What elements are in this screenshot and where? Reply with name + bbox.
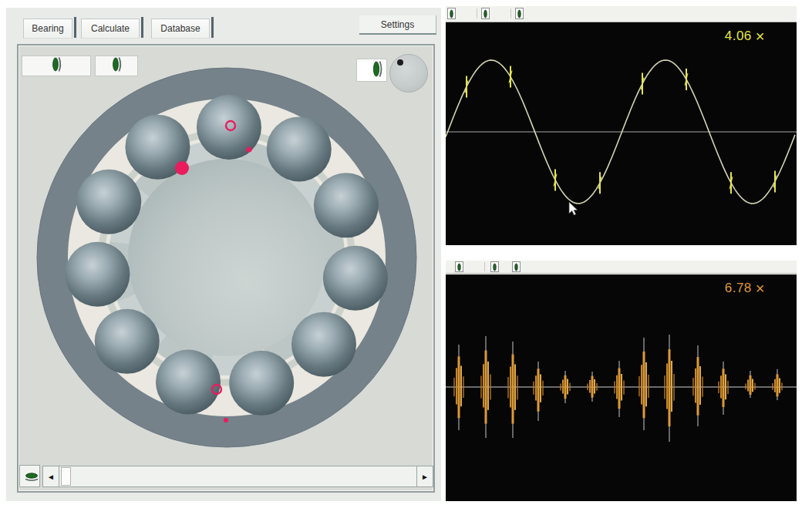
scope-top-toolbar-button-3[interactable] — [515, 8, 524, 19]
bearing-ball — [65, 242, 130, 307]
spin-toggle-icon-horizontal — [21, 470, 39, 483]
bearing-panel: ◄ ► — [17, 44, 435, 493]
scope-bottom-toolbar-button-3[interactable] — [512, 261, 521, 272]
bearing-diagram — [19, 45, 433, 491]
horizontal-scrollbar[interactable]: ◄ ► — [42, 466, 433, 487]
sine-waveform — [446, 22, 797, 245]
waveform-scope-bottom: 6.78 × — [446, 274, 797, 501]
spin-toggle-icon — [110, 56, 123, 76]
rotation-toggle-button-1[interactable] — [22, 56, 91, 76]
scope-top-toolbar — [446, 6, 797, 22]
multiplier-times-icon: × — [756, 30, 765, 43]
bearing-app-region: Bearing Calculate Database Settings — [6, 8, 441, 501]
scroll-right-arrow[interactable]: ► — [416, 466, 433, 486]
tab-database[interactable]: Database — [151, 19, 210, 39]
spin-toggle-icon — [50, 56, 62, 76]
bearing-ball — [95, 309, 160, 374]
knob-indicator-dot — [397, 59, 403, 66]
scope-bottom-multiplier-label: 6.78 × — [725, 281, 765, 296]
tab-bearing[interactable]: Bearing — [23, 19, 72, 39]
bearing-ball — [229, 351, 294, 416]
fault-marker-dot — [175, 161, 189, 175]
mouse-cursor — [569, 202, 578, 215]
speed-knob[interactable] — [389, 54, 428, 93]
scope-top-multiplier-label: 4.06 × — [725, 29, 765, 44]
tab-separator — [211, 17, 214, 38]
spin-toggle-icon — [371, 59, 383, 82]
multiplier-value: 6.78 — [725, 281, 752, 296]
toolbar-separator — [477, 8, 477, 19]
rotation-toggle-button-3[interactable] — [356, 59, 387, 82]
scope-top-toolbar-button-1[interactable] — [447, 8, 456, 19]
tab-separator — [141, 17, 143, 38]
waveform-scope-top: 4.06 × — [446, 22, 797, 245]
hub-core — [128, 159, 325, 356]
scrollbar-thumb[interactable] — [61, 467, 71, 486]
impulse-waveform — [446, 274, 797, 501]
fault-marker-dot — [247, 147, 252, 153]
scope-bottom-toolbar-button-1[interactable] — [455, 261, 463, 272]
bearing-ball — [291, 312, 356, 377]
multiplier-times-icon: × — [756, 282, 765, 295]
bearing-ball — [314, 173, 379, 237]
horizontal-spin-toggle-button[interactable] — [19, 465, 40, 487]
tab-calculate[interactable]: Calculate — [81, 19, 140, 39]
scope-top-toolbar-button-2[interactable] — [481, 8, 490, 19]
fault-marker-dot — [224, 418, 228, 422]
scope-bottom-toolbar-button-2[interactable] — [490, 261, 499, 272]
bearing-ball — [76, 170, 141, 234]
scope-bottom-toolbar — [446, 261, 797, 274]
bearing-ball — [156, 349, 221, 414]
rotation-toggle-button-2[interactable] — [95, 56, 138, 76]
bearing-ball — [323, 246, 388, 311]
toolbar-separator — [510, 8, 511, 19]
app-window: Bearing Calculate Database Settings — [0, 0, 812, 515]
toolbar-separator — [484, 262, 485, 271]
scroll-left-arrow[interactable]: ◄ — [43, 466, 59, 486]
multiplier-value: 4.06 — [725, 29, 752, 44]
settings-button[interactable]: Settings — [359, 15, 436, 35]
bearing-ball — [267, 116, 332, 181]
tab-separator — [74, 17, 76, 38]
